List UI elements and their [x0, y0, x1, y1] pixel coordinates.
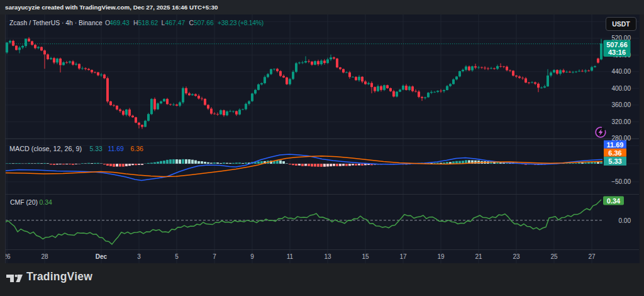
svg-text:360.00: 360.00	[611, 101, 631, 108]
svg-text:28: 28	[41, 253, 48, 260]
svg-text:43:16: 43:16	[608, 48, 626, 56]
svg-text:11.69: 11.69	[607, 141, 624, 149]
svg-text:320.00: 320.00	[611, 118, 631, 125]
svg-text:Zcash / TetherUS · 4h · Binanc: Zcash / TetherUS · 4h · Binance	[9, 20, 103, 26]
svg-text:5.33: 5.33	[608, 157, 621, 165]
svg-text:23: 23	[513, 253, 520, 260]
svg-text:0.34: 0.34	[40, 199, 52, 206]
svg-text:518.62: 518.62	[138, 20, 158, 26]
svg-text:11.69: 11.69	[108, 145, 124, 152]
svg-text:CMF (20): CMF (20)	[10, 199, 38, 206]
svg-text:11: 11	[287, 253, 294, 260]
svg-text:26: 26	[5, 253, 11, 260]
svg-text:5: 5	[175, 253, 179, 260]
svg-text:+38.23 (+8.14%): +38.23 (+8.14%)	[218, 20, 264, 26]
svg-text:19: 19	[437, 253, 445, 260]
svg-text:507.66: 507.66	[606, 41, 628, 48]
svg-text:Dec: Dec	[96, 253, 108, 260]
svg-text:13: 13	[324, 253, 331, 260]
svg-text:469.43: 469.43	[109, 20, 130, 26]
svg-text:15: 15	[362, 253, 369, 260]
svg-text:H: H	[133, 20, 138, 26]
svg-text:6.36: 6.36	[608, 149, 621, 157]
svg-text:507.66: 507.66	[194, 20, 214, 26]
svg-text:5.33: 5.33	[90, 145, 103, 152]
svg-text:21: 21	[475, 253, 482, 260]
svg-text:6.36: 6.36	[131, 145, 143, 152]
svg-text:0.00: 0.00	[619, 217, 631, 224]
svg-text:7: 7	[213, 253, 216, 260]
svg-text:0.34: 0.34	[607, 197, 621, 205]
svg-text:9: 9	[250, 253, 254, 260]
svg-text:−50.00: −50.00	[611, 178, 631, 185]
svg-text:440.00: 440.00	[611, 68, 631, 75]
svg-text:467.47: 467.47	[165, 20, 186, 26]
svg-text:27: 27	[588, 253, 596, 260]
svg-text:3: 3	[137, 253, 141, 260]
svg-text:MACD (close, 12, 26, 9): MACD (close, 12, 26, 9)	[9, 145, 82, 152]
svg-text:17: 17	[399, 253, 407, 260]
svg-text:25: 25	[550, 253, 558, 260]
svg-text:400.00: 400.00	[611, 85, 631, 92]
